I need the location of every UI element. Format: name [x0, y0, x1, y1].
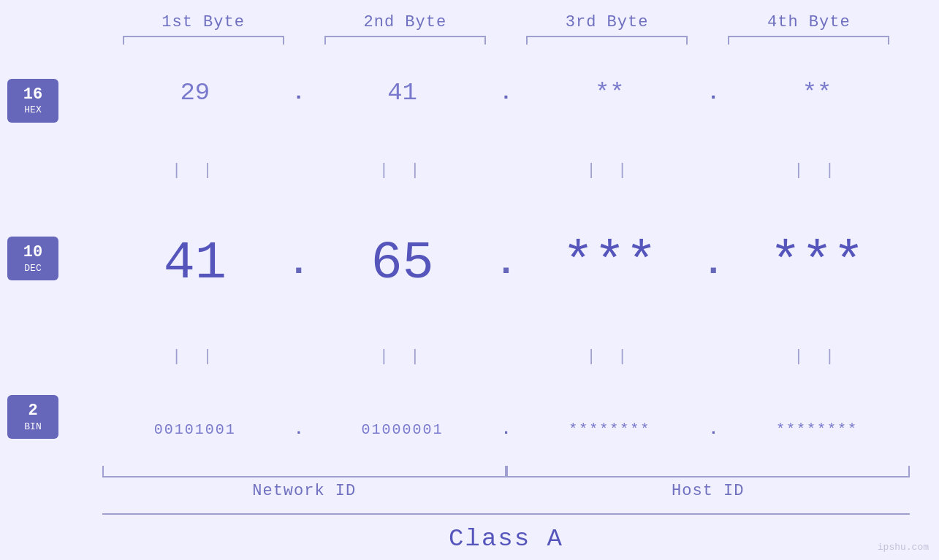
eq2-b4: | |: [724, 348, 910, 366]
rows-section: 29 . 41 . ** . ** | | | |: [102, 52, 939, 466]
hex-badge: 16 HEX: [7, 79, 58, 123]
bracket-cell-3: [506, 36, 708, 45]
dec-badge: 10 DEC: [7, 237, 58, 280]
network-bracket: [102, 466, 506, 477]
dec-b4-cell: ***: [724, 234, 910, 294]
byte1-header: 1st Byte: [102, 13, 304, 31]
bin-dot2: .: [495, 421, 517, 439]
hex-b2-cell: 41: [310, 79, 495, 107]
hex-b3-cell: **: [517, 79, 703, 107]
equals-row-1: | | | | | | | |: [102, 161, 910, 180]
hex-dot3: .: [702, 82, 724, 104]
hex-b4-value: **: [802, 79, 832, 107]
bin-b3-cell: ********: [517, 421, 703, 438]
dec-b2-cell: 65: [310, 234, 495, 294]
equals-row-2: | | | | | | | |: [102, 348, 910, 366]
host-id-label: Host ID: [506, 482, 911, 500]
dec-row: 41 . 65 . *** . ***: [102, 234, 910, 294]
eq2-b3: | |: [517, 348, 703, 366]
bracket-3: [526, 36, 688, 45]
dec-b1-value: 41: [164, 234, 227, 294]
network-id-label: Network ID: [102, 482, 506, 500]
dec-dot3: .: [702, 242, 724, 284]
dec-name: DEC: [24, 263, 41, 275]
eq2-b2: | |: [310, 348, 495, 366]
byte2-header: 2nd Byte: [304, 13, 506, 31]
bin-badge: 2 BIN: [7, 395, 58, 439]
bin-b2-value: 01000001: [362, 421, 444, 438]
hex-b4-cell: **: [724, 79, 910, 107]
hex-row: 29 . 41 . ** . **: [102, 79, 910, 107]
bottom-section: Network ID Host ID: [102, 466, 910, 507]
bin-b4-cell: ********: [724, 421, 910, 438]
dec-dot1: .: [288, 242, 310, 284]
eq1-b3: | |: [517, 161, 703, 180]
bracket-cell-4: [708, 36, 910, 45]
bottom-brackets: [102, 466, 910, 477]
bin-dot1: .: [288, 421, 310, 439]
bracket-1: [123, 36, 284, 45]
eq1-b4: | |: [724, 161, 910, 180]
eq1-b2: | |: [310, 161, 495, 180]
byte-headers: 1st Byte 2nd Byte 3rd Byte 4th Byte: [102, 0, 939, 31]
bin-b3-value: ********: [569, 421, 650, 438]
base-labels: 16 HEX 10 DEC 2 BIN: [0, 52, 102, 466]
top-brackets: [102, 36, 910, 45]
bracket-cell-2: [304, 36, 506, 45]
bin-b1-value: 00101001: [154, 421, 236, 438]
bracket-2: [324, 36, 486, 45]
hex-b1-value: 29: [180, 79, 210, 107]
bin-name: BIN: [24, 421, 41, 433]
bottom-labels: Network ID Host ID: [102, 482, 910, 500]
bin-b2-cell: 01000001: [310, 421, 495, 438]
bracket-4: [728, 36, 889, 45]
bin-num: 2: [28, 402, 37, 421]
hex-b2-value: 41: [387, 79, 417, 107]
hex-num: 16: [23, 85, 42, 104]
hex-dot1: .: [288, 82, 310, 104]
hex-name: HEX: [24, 104, 41, 116]
dec-dot2: .: [495, 242, 517, 284]
class-label: Class A: [449, 525, 563, 553]
dec-b3-cell: ***: [517, 234, 703, 294]
eq2-b1: | |: [102, 348, 288, 366]
dec-num: 10: [23, 243, 42, 262]
eq1-b1: | |: [102, 161, 288, 180]
bin-row: 00101001 . 01000001 . ******** . *******…: [102, 421, 910, 439]
dec-b1-cell: 41: [102, 234, 288, 294]
hex-dot2: .: [495, 82, 517, 104]
byte3-header: 3rd Byte: [506, 13, 708, 31]
hex-b1-cell: 29: [102, 79, 288, 107]
bin-b1-cell: 00101001: [102, 421, 288, 438]
dec-b2-value: 65: [370, 234, 433, 294]
dec-b4-value: ***: [769, 234, 864, 294]
class-row: Class A: [102, 513, 910, 560]
main-content: 16 HEX 10 DEC 2 BIN 29 .: [0, 52, 939, 466]
byte4-header: 4th Byte: [708, 13, 910, 31]
bracket-cell-1: [102, 36, 304, 45]
bin-dot3: .: [702, 421, 724, 439]
bin-b4-value: ********: [776, 421, 858, 438]
main-container: 1st Byte 2nd Byte 3rd Byte 4th Byte 16 H…: [0, 0, 939, 560]
hex-b3-value: **: [595, 79, 625, 107]
watermark: ipshu.com: [878, 542, 929, 553]
dec-b3-value: ***: [563, 234, 658, 294]
host-bracket: [506, 466, 911, 477]
